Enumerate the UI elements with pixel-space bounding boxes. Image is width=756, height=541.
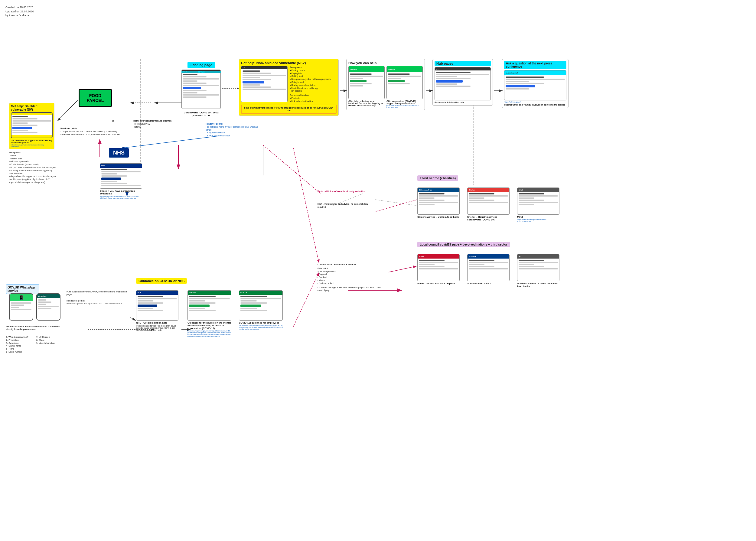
hub-pages-items: Business hub Education hub: [435, 101, 491, 103]
sv-title: Get help: Shielded vulnerable (SV): [11, 105, 53, 111]
traffic-sources-box: Traffic sources: (internal and external)…: [133, 120, 193, 128]
scotland-label: Scotland food banks: [467, 282, 510, 285]
created-date: Created on 28.03.2020: [5, 5, 34, 10]
ask-question-title: Ask a question at the next press confere…: [504, 61, 567, 69]
wales-card: Wales Wales: Adult social care helpline: [417, 254, 460, 285]
svg-line-22: [121, 136, 218, 148]
cabinet-url: https://cabinet.gov.uk: [504, 101, 567, 103]
offer-help-individual: Offer help: volunteer as an individual F…: [348, 100, 385, 107]
handover-sv-box: Handover points: - Do you have a medical…: [61, 127, 121, 136]
nhs-check-url: https://www.nhs.uk/conditions/coronaviru…: [100, 195, 142, 199]
nhs-label-box: NHS: [109, 148, 129, 158]
nsv-find-out-box: Find out what you can do if you're strug…: [241, 105, 337, 114]
guidance-employees-title: COVID-19: guidance for employees: [239, 321, 283, 324]
whatsapp-handover: Handovers points: Handovers points: For …: [67, 299, 127, 305]
sv-get-coronavirus: Get coronavirus support as an extremely …: [11, 139, 53, 144]
whatsapp-label-box: GOV.UK WhatsApp service: [6, 284, 39, 294]
svg-line-26: [293, 148, 319, 263]
food-parcel-box: FOOD PARCEL: [79, 89, 112, 107]
shelter-label: Shelter – Housing advice: coronavirus (C…: [467, 216, 510, 221]
main-canvas: Created on 28.03.2020 Updated on 29.04.2…: [0, 0, 756, 541]
nhs-isolation-desc: People unable to work for more than seve…: [136, 325, 179, 331]
updated-date: Updated on 29.04.2020: [5, 10, 34, 14]
local-council-title: Local council covid19 page + devolved na…: [417, 242, 510, 247]
meta-info: Created on 28.03.2020 Updated on 29.04.2…: [5, 5, 34, 18]
svg-line-27: [375, 200, 417, 206]
nsv-second-iteration: For second iteration:: [290, 94, 337, 97]
hub-pages-section: Hub pages Business hub Education hub: [432, 59, 493, 106]
nhs-check-screen: NHS Check if you have coronavirus sympto…: [100, 163, 142, 199]
nsv-data-points-header: Data points:: [290, 66, 337, 69]
guidance-mental-card: GOV.UK Guidance for the public on the me…: [188, 290, 231, 337]
offer-url: https://www.gov.uk/coronavirus-support-f…: [386, 104, 423, 108]
nhs-isolation-title: NHS - Get an isolation note: [136, 321, 179, 324]
cabinet-office-label: Cabinet Office and YouGov involved in de…: [504, 104, 567, 106]
hub-pages-title: Hub pages: [435, 61, 491, 66]
mind-url: https://www.mind.org.uk/information-supp…: [517, 219, 560, 222]
handover-nhs-box: Handover points: I do not leave home if …: [205, 123, 263, 137]
guidance-mental-title: Guidance for the public on the mental he…: [188, 321, 231, 329]
author: by Ignacia Orellana: [5, 14, 34, 18]
high-level-guidance-box: High level guidance and advice - no pers…: [317, 203, 372, 209]
guidance-employees-url: https://www.gov.uk/government/publicatio…: [239, 324, 283, 330]
scotland-card: Scotland Scotland food banks: [467, 254, 510, 285]
nsv-data-points-items: • Feeling unsafe • Paying bills • Gettin…: [290, 69, 337, 93]
how-you-can-help-title: How you can help: [348, 61, 423, 65]
mind-label: Mind: [517, 216, 560, 218]
svg-line-29: [130, 317, 136, 320]
guidance-employees-card: GOV.UK COVID-19: guidance for employees …: [239, 290, 283, 330]
shelter-card: Shelter Shelter – Housing advice: corona…: [467, 188, 510, 221]
nhs-isolation-card: NHS NHS - Get an isolation note People u…: [136, 290, 179, 331]
guidance-mental-url: https://www.gov.uk/government/publicatio…: [188, 330, 231, 337]
whatsapp-description: Get official advice and information abou…: [6, 325, 64, 330]
svg-line-31: [375, 200, 417, 212]
offer-coronavirus-support: Offer coronavirus (COVID-19) support fro…: [386, 100, 423, 104]
svg-line-30: [389, 266, 417, 272]
northern-ireland-label: Northern Ireland - Citizen Advice on foo…: [517, 282, 560, 287]
nsv-section: Get help: Non- shielded vulnerable (NSV): [239, 59, 339, 116]
mind-card: Mind Mind https://www.mind.org.uk/inform…: [517, 188, 560, 222]
whatsapp-menu-right: 7- Mythbusters 8- Share 9- More informat…: [36, 336, 55, 344]
location-based-box: Location-based information + services Da…: [317, 263, 387, 292]
whatsapp-pulls-note: Pulls out guidance from GOV.UK, sometime…: [67, 290, 127, 296]
sv-data-points: Data points: - Name - Date of birth - Ad…: [9, 151, 58, 184]
whatsapp-chat-mock: WhatsApp: [36, 293, 61, 320]
northern-ireland-card: NI Northern Ireland - Citizen Advice on …: [517, 254, 560, 287]
landing-page-screen-label: Coronavirus (COVID-19): what you need to…: [182, 111, 221, 117]
wales-label: Wales: Adult social care helpline: [417, 282, 460, 285]
svg-line-5: [263, 145, 320, 194]
ask-question-section: Ask a question at the next press confere…: [502, 59, 568, 108]
svg-line-20: [58, 100, 78, 121]
whatsapp-phone-mock: 📱: [9, 293, 33, 320]
how-you-can-help-section: How you can help GOV.UK: [346, 59, 425, 110]
landing-page-screen: GOV.UK: [182, 70, 221, 109]
arrow-landing-to-nsv: [222, 86, 240, 90]
landing-page-label: Landing page: [188, 62, 215, 68]
sv-section: Get help: Shielded vulnerable (SV) Get c…: [9, 103, 54, 149]
guidance-section-title: Guidance on GOV.UK or NHS: [136, 278, 187, 283]
citizens-advice-label: Citizens Advice – Using a food bank: [417, 216, 460, 218]
sv-link: https://www.gov.uk/coronavirus/extremely…: [11, 144, 53, 148]
referral-label: Referral links to/from third party websi…: [317, 190, 365, 193]
nsv-title: Get help: Non- shielded vulnerable (NSV): [241, 61, 337, 65]
nhs-check-label: Check if you have coronavirus symptoms: [100, 190, 142, 195]
whatsapp-menu-left: 1- What is coronavirus? 2- Prevention 3-…: [6, 336, 28, 353]
svg-line-28: [293, 272, 319, 326]
third-sector-title: Third sector (charities): [417, 176, 458, 181]
citizens-advice-card: Citizens Advice Citizens Advice – Using …: [417, 188, 460, 218]
